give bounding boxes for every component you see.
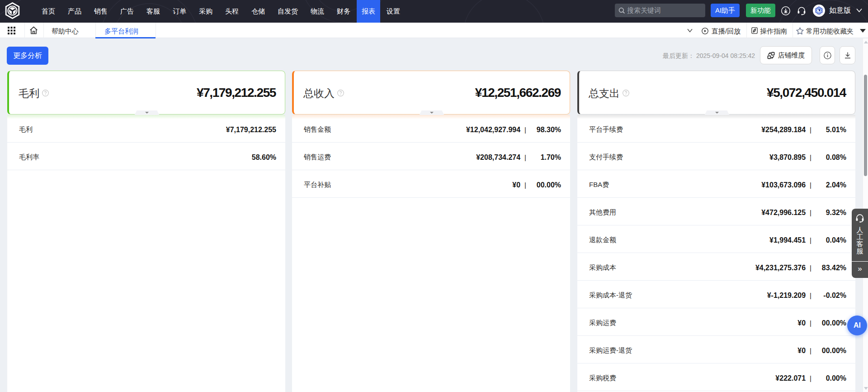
svg-text:LECANG: LECANG [816,14,821,16]
